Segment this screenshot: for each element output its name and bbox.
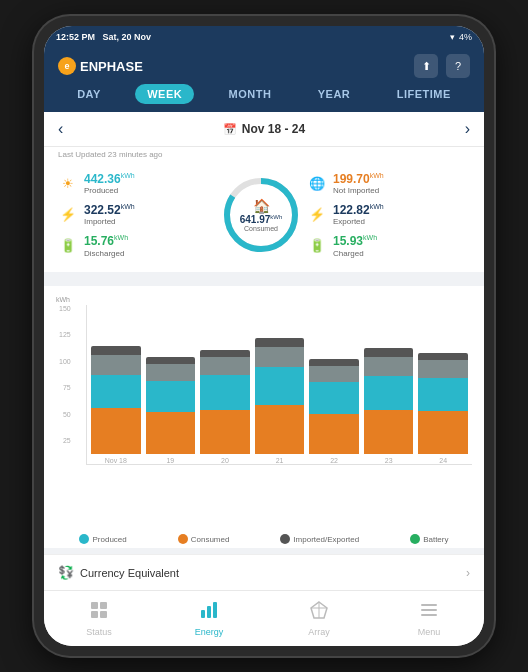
currency-row[interactable]: 💱 Currency Equivalent › — [44, 554, 484, 590]
legend-dot-produced — [79, 534, 89, 544]
import-icon: ⚡ — [58, 205, 78, 225]
tab-year[interactable]: YEAR — [306, 84, 363, 104]
svg-rect-2 — [91, 602, 98, 609]
bar-label-2: 20 — [221, 457, 229, 464]
bar-seg-darkgray-5 — [364, 348, 414, 357]
legend-consumed: Consumed — [178, 534, 230, 544]
app-logo: e ENPHASE — [58, 57, 143, 75]
consumed-label: Consumed — [244, 225, 278, 232]
produced-label: Produced — [84, 186, 135, 195]
circle-inner: 🏠 641.97kWh Consumed — [240, 198, 283, 232]
home-icon: 🏠 — [253, 198, 270, 214]
bar-label-4: 22 — [330, 457, 338, 464]
last-updated-text: Last Updated 23 minutes ago — [44, 147, 484, 162]
menu-nav-label: Menu — [418, 627, 441, 637]
bar-label-1: 19 — [166, 457, 174, 464]
grid-icon: 🌐 — [307, 174, 327, 194]
charged-stat-text: 15.93kWh Charged — [333, 234, 377, 257]
bar-group-0: Nov 18 — [91, 346, 141, 464]
bar-seg-gray-2 — [200, 357, 250, 375]
legend-label-consumed: Consumed — [191, 535, 230, 544]
content-area: ‹ 📅 Nov 18 - 24 › Last Updated 23 minute… — [44, 112, 484, 590]
share-icon: ⬆ — [422, 60, 431, 73]
bar-stack-4 — [309, 359, 359, 454]
y-label-25: 25 — [63, 437, 71, 444]
bar-label-3: 21 — [276, 457, 284, 464]
prev-date-button[interactable]: ‹ — [58, 120, 63, 138]
bar-seg-darkgray-6 — [418, 353, 468, 360]
left-stats: ☀ 442.36kWh Produced ⚡ 322.52kWh — [58, 172, 221, 258]
bar-seg-gray-3 — [255, 347, 305, 367]
battery-charge-icon: 🔋 — [307, 236, 327, 256]
next-date-button[interactable]: › — [465, 120, 470, 138]
nav-menu[interactable]: Menu — [374, 600, 484, 637]
produced-stat: ☀ 442.36kWh Produced — [58, 172, 221, 195]
bar-group-1: 19 — [146, 357, 196, 464]
imported-value: 322.52kWh — [84, 203, 135, 217]
charged-stat: 🔋 15.93kWh Charged — [307, 234, 377, 257]
bar-label-5: 23 — [385, 457, 393, 464]
tab-lifetime[interactable]: LIFETIME — [385, 84, 463, 104]
consumed-circle: 🏠 641.97kWh Consumed — [221, 175, 301, 255]
imported-stat: ⚡ 322.52kWh Imported — [58, 203, 221, 226]
bar-seg-orange-5 — [364, 410, 414, 454]
bar-seg-gray-1 — [146, 364, 196, 381]
help-button[interactable]: ? — [446, 54, 470, 78]
exported-label: Exported — [333, 217, 384, 226]
bar-label-6: 24 — [439, 457, 447, 464]
imported-label: Imported — [84, 217, 135, 226]
nav-energy[interactable]: Energy — [154, 600, 264, 637]
bar-group-3: 21 — [255, 338, 305, 464]
date-navigation: ‹ 📅 Nov 18 - 24 › — [44, 112, 484, 147]
tab-month[interactable]: MONTH — [217, 84, 284, 104]
y-label-125: 125 — [59, 331, 71, 338]
battery-icon: 4% — [459, 32, 472, 42]
bar-seg-blue-6 — [418, 378, 468, 411]
energy-nav-label: Energy — [195, 627, 224, 637]
exported-stat: ⚡ 122.82kWh Exported — [307, 203, 384, 226]
header-actions: ⬆ ? — [414, 54, 470, 78]
date-range-label: 📅 Nov 18 - 24 — [223, 122, 305, 136]
not-imported-value: 199.70kWh — [333, 172, 384, 186]
nav-status[interactable]: Status — [44, 600, 154, 637]
currency-chevron-icon: › — [466, 566, 470, 580]
app-header: e ENPHASE ⬆ ? — [44, 48, 484, 84]
status-icons: ▾ 4% — [450, 32, 472, 42]
imported-stat-text: 322.52kWh Imported — [84, 203, 135, 226]
bar-seg-orange-2 — [200, 410, 250, 454]
nav-array[interactable]: Array — [264, 600, 374, 637]
legend-battery: Battery — [410, 534, 448, 544]
bar-seg-blue-2 — [200, 375, 250, 410]
app-logo-text: ENPHASE — [80, 59, 143, 74]
tablet-screen: 12:52 PM Sat, 20 Nov ▾ 4% e ENPHASE ⬆ — [44, 26, 484, 646]
bar-stack-0 — [91, 346, 141, 454]
bar-group-2: 20 — [200, 350, 250, 464]
bar-stack-3 — [255, 338, 305, 454]
produced-value: 442.36kWh — [84, 172, 135, 186]
tab-day[interactable]: DAY — [65, 84, 113, 104]
consumed-value: 641.97kWh — [240, 214, 283, 225]
bar-seg-darkgray-0 — [91, 346, 141, 355]
svg-rect-5 — [100, 611, 107, 618]
currency-left: 💱 Currency Equivalent — [58, 565, 179, 580]
bar-chart: 150 125 100 75 50 25 — [86, 305, 472, 465]
bar-seg-darkgray-2 — [200, 350, 250, 357]
energy-summary: ☀ 442.36kWh Produced ⚡ 322.52kWh — [44, 162, 484, 272]
circle-container: 🏠 641.97kWh Consumed — [221, 175, 301, 255]
charged-label: Charged — [333, 249, 377, 258]
svg-rect-8 — [213, 602, 217, 618]
status-nav-label: Status — [86, 627, 112, 637]
not-imported-label: Not Imported — [333, 186, 384, 195]
bar-stack-2 — [200, 350, 250, 454]
y-label-100: 100 — [59, 358, 71, 365]
bar-seg-gray-6 — [418, 360, 468, 378]
tab-week[interactable]: WEEK — [135, 84, 194, 104]
bar-seg-blue-0 — [91, 375, 141, 408]
legend-label-imported-exported: Imported/Exported — [293, 535, 359, 544]
status-nav-icon — [89, 600, 109, 625]
not-imported-stat: 🌐 199.70kWh Not Imported — [307, 172, 384, 195]
bar-seg-orange-6 — [418, 411, 468, 454]
exported-stat-text: 122.82kWh Exported — [333, 203, 384, 226]
bar-seg-blue-3 — [255, 367, 305, 405]
share-button[interactable]: ⬆ — [414, 54, 438, 78]
